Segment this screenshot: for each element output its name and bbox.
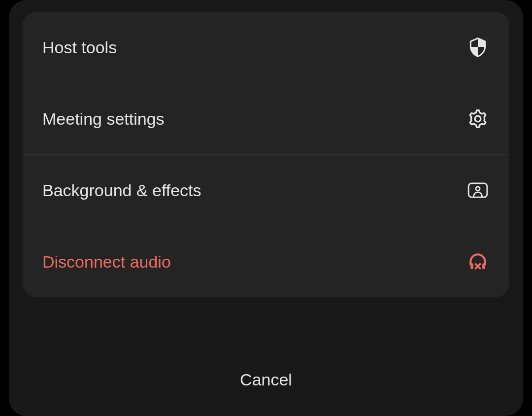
menu-item-label: Background & effects	[42, 181, 201, 200]
person-frame-icon	[466, 178, 490, 202]
action-sheet: Host tools Meeting settings	[9, 0, 523, 416]
svg-point-2	[476, 187, 480, 191]
menu-item-label: Host tools	[42, 38, 117, 57]
svg-point-0	[475, 116, 481, 122]
menu-item-meeting-settings[interactable]: Meeting settings	[23, 83, 509, 155]
menu-item-label: Meeting settings	[42, 109, 165, 129]
menu-item-disconnect-audio[interactable]: Disconnect audio	[23, 226, 509, 297]
menu-item-label: Disconnect audio	[42, 252, 171, 272]
menu-item-background-effects[interactable]: Background & effects	[23, 155, 509, 226]
cancel-area: Cancel	[23, 350, 509, 404]
gear-icon	[466, 107, 490, 131]
menu-list: Host tools Meeting settings	[23, 12, 509, 297]
cancel-button[interactable]: Cancel	[240, 370, 292, 389]
menu-item-host-tools[interactable]: Host tools	[23, 12, 509, 83]
shield-icon	[466, 35, 490, 59]
headphones-off-icon	[466, 250, 490, 274]
